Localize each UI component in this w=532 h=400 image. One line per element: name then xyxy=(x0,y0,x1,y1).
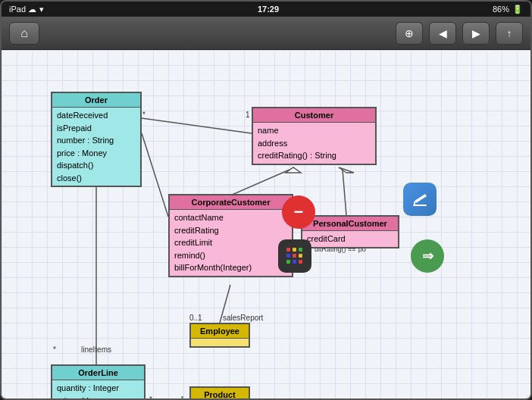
svg-line-2 xyxy=(230,170,289,195)
order-attr-1: dateReceived xyxy=(57,109,136,122)
corporate-customer-class[interactable]: CorporateCustomer contactName creditRati… xyxy=(168,194,293,277)
orderline-class-header: OrderLine xyxy=(52,366,144,380)
product-class[interactable]: Product xyxy=(189,386,250,398)
order-attr-5: dispatch() xyxy=(57,159,136,172)
status-bar: iPad ☁ ▾ 17:29 86% 🔋 xyxy=(2,2,530,17)
employee-class-header: Employee xyxy=(191,324,249,339)
status-time: 17:29 xyxy=(258,5,279,14)
wifi-icon: ▾ xyxy=(39,5,44,14)
order-attr-6: close() xyxy=(57,172,136,185)
svg-rect-16 xyxy=(293,254,296,258)
sales-report-label: salesReport xyxy=(223,314,263,322)
forward-button[interactable]: ▶ xyxy=(462,22,490,45)
multiplicity-one-product: 1 xyxy=(180,395,185,398)
status-right: 86% 🔋 xyxy=(493,5,523,14)
svg-rect-11 xyxy=(413,205,427,206)
multiplicity-asterisk-order: * xyxy=(142,111,146,119)
svg-marker-10 xyxy=(415,194,427,203)
personal-class-header: PersonalCustomer xyxy=(302,217,398,231)
canvas-area[interactable]: * 1 * lineItems * 1 0..1 salesReport dit… xyxy=(2,50,530,398)
battery-icon: 🔋 xyxy=(512,5,523,14)
multiplicity-asterisk-orderline: * xyxy=(53,345,56,354)
back-button[interactable]: ◀ xyxy=(429,22,456,45)
home-button[interactable]: ⌂ xyxy=(9,22,39,45)
customer-attr-2: address xyxy=(258,137,371,150)
zoom-button[interactable]: ⊕ xyxy=(396,22,423,45)
personal-customer-class[interactable]: PersonalCustomer creditCard xyxy=(301,215,399,248)
svg-rect-12 xyxy=(286,248,290,252)
arrow-right-icon[interactable]: ⇒ xyxy=(411,239,444,273)
svg-rect-17 xyxy=(299,254,302,258)
svg-marker-8 xyxy=(339,167,354,173)
customer-class-body: name address creditRating() : String xyxy=(253,123,375,164)
minus-icon[interactable]: − xyxy=(282,195,315,229)
share-button[interactable]: ↑ xyxy=(496,22,523,45)
orderline-class-body: quantity : Integer price : Money isSatis… xyxy=(52,380,144,398)
corporate-attr-5: billForMonth(Integer) xyxy=(174,261,287,274)
svg-rect-15 xyxy=(286,254,290,258)
customer-class[interactable]: Customer name address creditRating() : S… xyxy=(252,107,377,165)
toolbar: ⌂ ⊕ ◀ ▶ ↑ xyxy=(2,17,530,50)
svg-marker-7 xyxy=(286,167,301,173)
grid-icon[interactable] xyxy=(278,239,311,273)
customer-class-header: Customer xyxy=(253,108,375,123)
svg-rect-20 xyxy=(299,260,302,264)
corporate-class-body: contactName creditRating creditLimit rem… xyxy=(170,210,292,276)
order-attr-2: isPrepaid xyxy=(57,122,136,135)
order-attr-4: price : Money xyxy=(57,147,136,160)
svg-line-0 xyxy=(142,118,252,133)
device-frame: iPad ☁ ▾ 17:29 86% 🔋 ⌂ ⊕ ◀ ▶ ↑ xyxy=(0,0,532,400)
corporate-attr-3: creditLimit xyxy=(174,236,287,249)
order-class[interactable]: Order dateReceived isPrepaid number : St… xyxy=(51,92,142,187)
product-class-header: Product xyxy=(191,388,249,398)
ipad-label: iPad ☁ xyxy=(9,5,36,14)
order-class-header: Order xyxy=(52,93,140,108)
personal-attr-1: creditCard xyxy=(307,233,393,245)
corporate-class-header: CorporateCustomer xyxy=(170,195,292,210)
svg-rect-18 xyxy=(286,260,290,264)
multiplicity-one-customer: 1 xyxy=(246,111,250,119)
employee-class-body xyxy=(191,339,249,346)
svg-rect-14 xyxy=(299,248,302,252)
orderline-class[interactable]: OrderLine quantity : Integer price : Mon… xyxy=(51,364,146,398)
orderline-attr-1: quantity : Integer xyxy=(57,382,139,395)
customer-attr-1: name xyxy=(258,124,371,137)
orderline-attr-2: price : Money xyxy=(57,395,139,399)
svg-line-3 xyxy=(343,170,346,215)
corporate-attr-1: contactName xyxy=(174,211,287,224)
battery-label: 86% xyxy=(493,5,509,14)
svg-rect-19 xyxy=(293,260,296,264)
order-attr-3: number : String xyxy=(57,134,136,147)
zero-one-label: 0..1 xyxy=(189,314,202,322)
status-left: iPad ☁ ▾ xyxy=(9,5,44,14)
customer-attr-3: creditRating() : String xyxy=(258,149,371,162)
toolbar-right: ⊕ ◀ ▶ ↑ xyxy=(396,22,523,45)
edit-icon[interactable] xyxy=(403,183,437,216)
corporate-attr-2: creditRating xyxy=(174,224,287,237)
svg-rect-13 xyxy=(293,248,296,252)
order-class-body: dateReceived isPrepaid number : String p… xyxy=(52,108,140,186)
lineitems-label: lineItems xyxy=(81,345,111,354)
toolbar-left: ⌂ xyxy=(9,22,39,45)
corporate-attr-4: remind() xyxy=(174,249,287,262)
multiplicity-asterisk-product: * xyxy=(149,395,152,398)
employee-class[interactable]: Employee xyxy=(189,323,250,348)
svg-line-1 xyxy=(142,133,168,217)
personal-class-body: creditCard xyxy=(302,231,398,247)
